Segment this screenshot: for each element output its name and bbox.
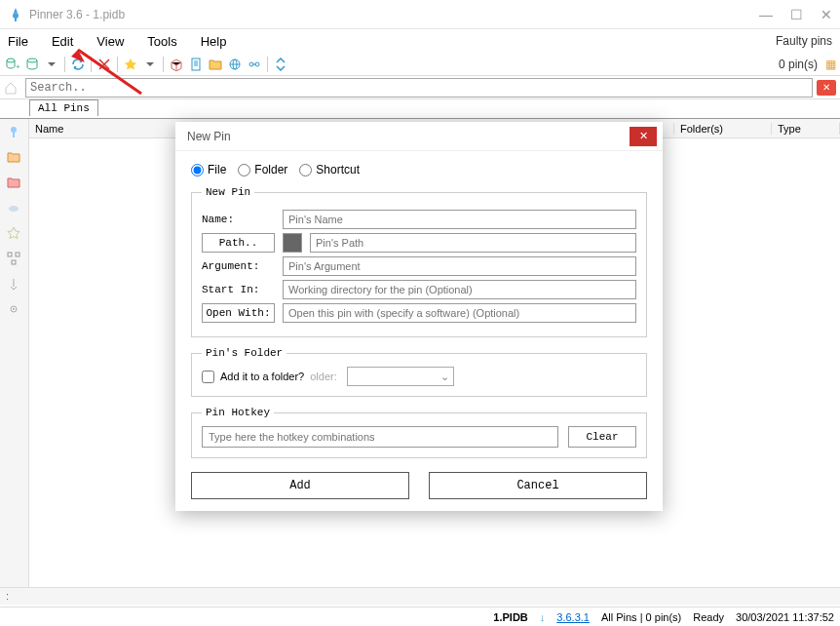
menu-edit[interactable]: Edit bbox=[52, 34, 73, 49]
svg-text:+: + bbox=[16, 62, 19, 71]
menu-view[interactable]: View bbox=[96, 34, 124, 49]
menu-help[interactable]: Help bbox=[201, 34, 227, 49]
startin-label: Start In: bbox=[202, 284, 275, 295]
search-input[interactable] bbox=[25, 78, 813, 98]
menu-tools[interactable]: Tools bbox=[147, 34, 176, 49]
status-colon: : bbox=[6, 590, 9, 602]
svg-point-2 bbox=[7, 59, 15, 62]
svg-rect-15 bbox=[12, 260, 16, 264]
status-bar-1: : bbox=[0, 587, 840, 605]
db-add-icon[interactable]: + bbox=[4, 56, 21, 73]
col-type[interactable]: Type bbox=[772, 123, 840, 135]
pin-count: 0 pin(s) bbox=[779, 58, 818, 71]
argument-label: Argument: bbox=[202, 260, 275, 272]
star-outline-icon[interactable] bbox=[7, 226, 22, 242]
add-to-folder-checkbox[interactable] bbox=[202, 371, 214, 383]
radio-file[interactable]: File bbox=[191, 163, 226, 176]
grid-view-icon[interactable]: ▦ bbox=[825, 58, 836, 71]
hotkey-input[interactable] bbox=[202, 426, 558, 448]
radio-shortcut-input[interactable] bbox=[299, 164, 312, 176]
document-icon[interactable] bbox=[187, 56, 205, 73]
cloud-icon[interactable] bbox=[7, 201, 22, 216]
tab-bar: All Pins bbox=[0, 99, 840, 119]
link-icon[interactable] bbox=[246, 56, 263, 73]
status-ready: Ready bbox=[693, 611, 724, 623]
name-input[interactable] bbox=[283, 210, 636, 229]
globe-icon[interactable] bbox=[226, 56, 244, 73]
svg-point-12 bbox=[9, 206, 19, 212]
toolbar: + 0 pin(s) ▦ bbox=[0, 53, 840, 76]
sidebar bbox=[0, 119, 29, 589]
window-title: Pinner 3.6 - 1.pidb bbox=[29, 8, 759, 21]
radio-file-input[interactable] bbox=[191, 164, 204, 176]
tab-all-pins[interactable]: All Pins bbox=[29, 99, 98, 116]
faulty-pins-label: Faulty pins bbox=[776, 34, 832, 48]
home-icon[interactable] bbox=[4, 81, 21, 95]
col-folders[interactable]: Folder(s) bbox=[674, 123, 772, 135]
name-label: Name: bbox=[202, 214, 275, 225]
svg-point-4 bbox=[27, 59, 37, 62]
openwith-input[interactable] bbox=[283, 303, 636, 323]
status-bar-2: 1.PIDB ↓ 3.6.3.1 All Pins | 0 pin(s) Rea… bbox=[0, 606, 840, 626]
separator bbox=[117, 57, 118, 72]
search-bar: ✕ bbox=[0, 76, 840, 99]
title-bar: Pinner 3.6 - 1.pidb — ☐ ✕ bbox=[0, 0, 840, 29]
argument-input[interactable] bbox=[283, 256, 636, 276]
svg-rect-13 bbox=[8, 253, 12, 256]
folder-closed-icon[interactable] bbox=[7, 150, 22, 166]
download-icon[interactable]: ↓ bbox=[540, 611, 546, 623]
add-button[interactable]: Add bbox=[191, 472, 409, 499]
dialog-close-button[interactable]: ✕ bbox=[630, 127, 657, 146]
gear-icon[interactable] bbox=[7, 302, 22, 318]
pin-icon[interactable] bbox=[7, 125, 22, 140]
folder-select[interactable]: ⌄ bbox=[347, 367, 454, 386]
refresh-icon[interactable] bbox=[69, 56, 87, 73]
add-to-folder-label: Add it to a folder? bbox=[220, 371, 304, 382]
delete-icon[interactable] bbox=[95, 56, 113, 73]
folder-icon[interactable] bbox=[207, 56, 224, 73]
path-color-picker[interactable] bbox=[283, 233, 302, 253]
dialog-title: New Pin bbox=[187, 130, 231, 143]
star-icon[interactable] bbox=[122, 56, 139, 73]
svg-rect-11 bbox=[13, 132, 15, 137]
box-icon[interactable] bbox=[168, 56, 185, 73]
menu-bar: File Edit View Tools Help Faulty pins bbox=[0, 29, 840, 53]
sort-icon[interactable] bbox=[272, 56, 289, 73]
openwith-button[interactable]: Open With: bbox=[202, 303, 275, 323]
status-file: 1.PIDB bbox=[493, 611, 527, 623]
path-input[interactable] bbox=[310, 233, 636, 253]
status-datetime: 30/03/2021 11:37:52 bbox=[736, 611, 834, 623]
radio-folder[interactable]: Folder bbox=[238, 163, 287, 176]
version-link[interactable]: 3.6.3.1 bbox=[556, 611, 590, 623]
cancel-button[interactable]: Cancel bbox=[429, 472, 647, 499]
radio-shortcut[interactable]: Shortcut bbox=[299, 163, 360, 176]
pins-folder-fieldset: Pin's Folder Add it to a folder? older: … bbox=[191, 347, 647, 397]
svg-point-17 bbox=[13, 308, 15, 310]
new-pin-fieldset: New Pin Name: Path.. Argument: Start In:… bbox=[191, 186, 647, 337]
radio-folder-input[interactable] bbox=[238, 164, 250, 176]
menu-file[interactable]: File bbox=[8, 34, 28, 49]
svg-rect-1 bbox=[15, 18, 17, 21]
separator bbox=[64, 57, 65, 72]
dropdown-icon[interactable] bbox=[43, 56, 60, 73]
svg-rect-5 bbox=[192, 59, 200, 70]
pushpin-icon[interactable] bbox=[7, 277, 22, 293]
minimize-button[interactable]: — bbox=[759, 7, 773, 22]
pin-hotkey-fieldset: Pin Hotkey Clear bbox=[191, 407, 647, 458]
path-button[interactable]: Path.. bbox=[202, 233, 275, 253]
dropdown-icon[interactable] bbox=[141, 56, 159, 73]
pins-folder-legend: Pin's Folder bbox=[202, 347, 286, 359]
svg-rect-14 bbox=[16, 253, 19, 256]
new-pin-legend: New Pin bbox=[202, 186, 254, 198]
folder-sublabel: older: bbox=[310, 371, 337, 382]
startin-input[interactable] bbox=[283, 280, 636, 299]
clear-hotkey-button[interactable]: Clear bbox=[568, 426, 636, 448]
clear-search-button[interactable]: ✕ bbox=[817, 80, 836, 96]
tree-icon[interactable] bbox=[7, 252, 22, 267]
close-button[interactable]: ✕ bbox=[821, 7, 832, 22]
pin-hotkey-legend: Pin Hotkey bbox=[202, 407, 274, 418]
maximize-button[interactable]: ☐ bbox=[790, 7, 803, 22]
folder-open-icon[interactable] bbox=[7, 176, 22, 191]
app-icon bbox=[8, 7, 23, 22]
db-icon[interactable] bbox=[23, 56, 41, 73]
